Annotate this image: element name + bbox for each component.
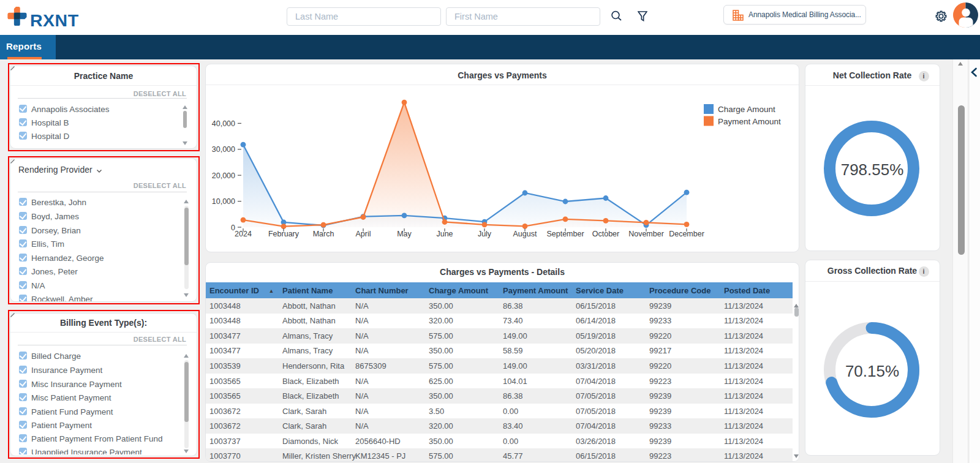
svg-text:30,000: 30,000 xyxy=(212,145,235,154)
svg-text:20,000: 20,000 xyxy=(212,171,235,180)
svg-text:10,000: 10,000 xyxy=(212,197,235,206)
svg-text:RXNT: RXNT xyxy=(30,10,79,30)
svg-text:40,000: 40,000 xyxy=(212,119,235,128)
svg-text:Charge Amount: Charge Amount xyxy=(718,105,775,114)
svg-text:Payment Amount: Payment Amount xyxy=(718,117,781,126)
